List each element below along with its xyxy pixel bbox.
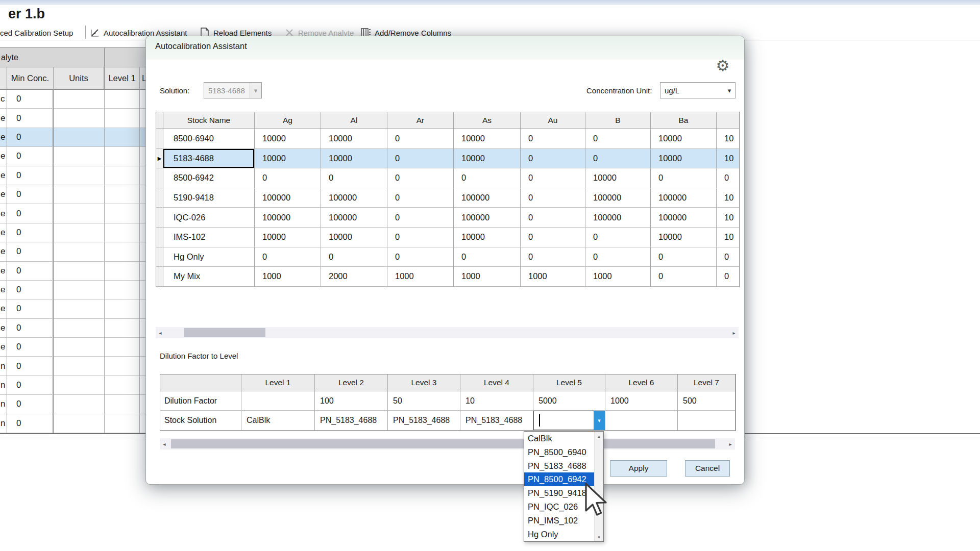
dilution-value-cell[interactable]: 5000: [533, 391, 605, 411]
stock-name-cell[interactable]: 8500-6940: [163, 129, 255, 149]
stock-value-cell[interactable]: 10000: [651, 149, 717, 169]
dropdown-item[interactable]: PN_8500_6942: [524, 472, 595, 486]
bg-cell-min-conc[interactable]: 0: [7, 338, 54, 357]
dropdown-item[interactable]: PN_IMS_102: [524, 514, 595, 528]
bg-row-fragment[interactable]: n: [0, 357, 7, 375]
bg-cell-level1[interactable]: [105, 90, 140, 109]
bg-cell-min-conc[interactable]: 0: [7, 376, 54, 395]
stock-value-cell[interactable]: 10000: [321, 129, 387, 149]
stock-value-cell[interactable]: 1000: [387, 267, 454, 287]
scroll-right-icon[interactable]: [726, 438, 735, 449]
bg-cell-units[interactable]: [54, 185, 105, 204]
bg-row-fragment[interactable]: n: [0, 414, 7, 433]
solution-combobox[interactable]: 5183-4688: [204, 82, 262, 98]
stock-value-cell[interactable]: 10000: [255, 228, 321, 247]
bg-cell-min-conc[interactable]: 0: [7, 299, 54, 318]
stock-value-cell[interactable]: 100000: [651, 208, 717, 228]
bg-row-fragment[interactable]: n: [0, 395, 7, 414]
bg-row-fragment[interactable]: e: [0, 299, 7, 318]
stock-value-cell[interactable]: 0: [585, 228, 651, 247]
bg-cell-level1[interactable]: [105, 376, 140, 395]
scrollbar-thumb[interactable]: [184, 328, 265, 337]
dropdown-item[interactable]: PN_IQC_026: [524, 500, 595, 514]
dilution-value-cell[interactable]: 1000: [605, 391, 678, 411]
bg-cell-level1[interactable]: [105, 299, 140, 318]
bg-row-fragment[interactable]: e: [0, 262, 7, 281]
scroll-right-icon[interactable]: [729, 327, 739, 338]
scrollbar-thumb[interactable]: [171, 439, 715, 448]
bg-cell-min-conc[interactable]: 0: [7, 242, 54, 261]
dilution-value-cell[interactable]: 500: [678, 391, 736, 411]
dilution-value-cell[interactable]: 100: [315, 391, 388, 411]
bg-cell-units[interactable]: [54, 109, 105, 128]
stock-value-cell[interactable]: 0: [521, 228, 585, 247]
stock-value-cell[interactable]: 0: [321, 247, 387, 267]
stock-value-cell[interactable]: 100000: [454, 188, 521, 208]
stock-value-cell[interactable]: 100000: [454, 208, 521, 228]
bg-cell-level1[interactable]: [105, 109, 140, 128]
bg-cell-min-conc[interactable]: 0: [7, 90, 54, 109]
stock-value-cell[interactable]: 100000: [651, 188, 717, 208]
stock-name-cell[interactable]: 5190-9418: [163, 188, 255, 208]
stock-value-cell[interactable]: 100000: [321, 188, 387, 208]
stock-value-cell[interactable]: 100000: [321, 208, 387, 228]
bg-row-fragment[interactable]: e: [0, 204, 7, 223]
dilution-value-cell[interactable]: 50: [388, 391, 460, 411]
bg-row-fragment[interactable]: e: [0, 338, 7, 357]
stock-value-cell[interactable]: 0: [521, 208, 585, 228]
cell-dropdown-button[interactable]: ▾: [594, 411, 605, 430]
bg-row-fragment[interactable]: e: [0, 281, 7, 299]
stock-value-cell[interactable]: 10000: [454, 228, 521, 247]
bg-row-fragment[interactable]: e: [0, 185, 7, 204]
stock-value-cell[interactable]: 0: [521, 188, 585, 208]
scroll-left-icon[interactable]: [160, 438, 169, 449]
row-selector[interactable]: [156, 129, 163, 149]
bg-cell-units[interactable]: [54, 281, 105, 299]
stock-value-cell[interactable]: 100000: [585, 208, 651, 228]
stock-value-cell[interactable]: 10000: [651, 228, 717, 247]
stock-value-cell[interactable]: 0: [717, 247, 739, 267]
bg-row-fragment[interactable]: e: [0, 319, 7, 338]
stock-value-cell[interactable]: 0: [521, 247, 585, 267]
stock-value-cell[interactable]: 1000: [585, 267, 651, 287]
cancel-button[interactable]: Cancel: [685, 460, 730, 477]
stock-value-cell[interactable]: 10: [717, 228, 739, 247]
stock-value-cell[interactable]: 0: [651, 247, 717, 267]
gear-icon[interactable]: ⚙: [714, 57, 732, 75]
stock-value-cell[interactable]: 0: [521, 149, 585, 169]
bg-cell-level1[interactable]: [105, 395, 140, 414]
dropdown-item[interactable]: PN_5190_9418: [524, 486, 595, 500]
dilution-table-hscrollbar[interactable]: [160, 438, 735, 449]
apply-button[interactable]: Apply: [610, 460, 667, 477]
bg-cell-units[interactable]: [54, 357, 105, 375]
stock-value-cell[interactable]: 1000: [255, 267, 321, 287]
stock-value-cell[interactable]: 10000: [255, 149, 321, 169]
bg-cell-level1[interactable]: [105, 223, 140, 242]
stock-name-cell[interactable]: IMS-102: [163, 228, 255, 247]
bg-cell-level1[interactable]: [105, 319, 140, 338]
bg-row-fragment[interactable]: e: [0, 242, 7, 261]
stock-name-cell[interactable]: My Mix: [163, 267, 255, 287]
bg-cell-level1[interactable]: [105, 147, 140, 166]
stock-value-cell[interactable]: 0: [454, 247, 521, 267]
stock-value-cell[interactable]: 100000: [255, 208, 321, 228]
row-selector[interactable]: [156, 188, 163, 208]
dilution-value-cell[interactable]: PN_5183_4688: [388, 411, 460, 431]
stock-value-cell[interactable]: 10: [717, 188, 739, 208]
stock-value-cell[interactable]: 0: [387, 247, 454, 267]
bg-row-fragment[interactable]: e: [0, 109, 7, 128]
stock-value-cell[interactable]: 0: [255, 168, 321, 188]
stock-value-cell[interactable]: 0: [521, 129, 585, 149]
row-selector[interactable]: [156, 247, 163, 267]
bg-cell-min-conc[interactable]: 0: [7, 128, 54, 147]
stock-value-cell[interactable]: 100000: [255, 188, 321, 208]
stock-value-cell[interactable]: 0: [651, 267, 717, 287]
chevron-down-icon[interactable]: [724, 83, 735, 98]
row-selector[interactable]: [156, 267, 163, 287]
stock-value-cell[interactable]: 0: [321, 168, 387, 188]
bg-row-fragment[interactable]: e: [0, 147, 7, 166]
stock-value-cell[interactable]: 10: [717, 129, 739, 149]
bg-cell-units[interactable]: [54, 204, 105, 223]
stock-value-cell[interactable]: 1000: [521, 267, 585, 287]
scroll-down-icon[interactable]: [595, 533, 603, 541]
